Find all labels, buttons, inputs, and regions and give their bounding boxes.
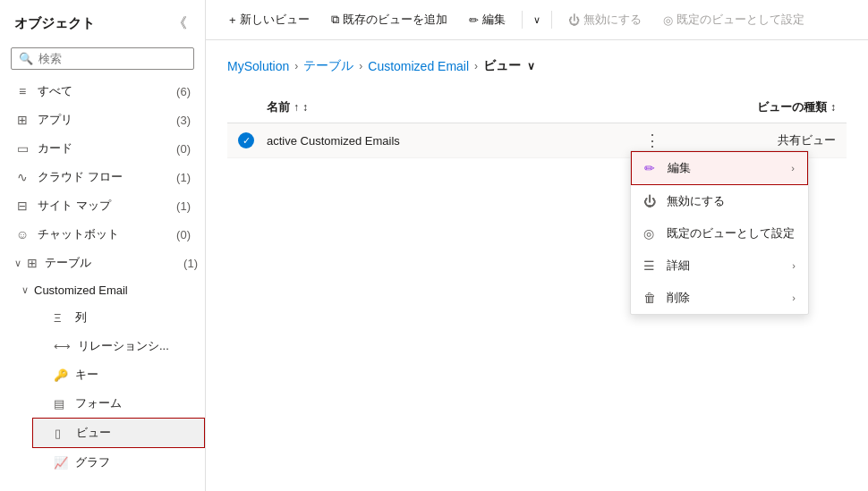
key-label: キー xyxy=(75,367,98,383)
ctx-default-icon: ◎ xyxy=(643,226,660,241)
disable-label: 無効にする xyxy=(583,12,642,28)
ctx-edit[interactable]: ✏ 編集 › xyxy=(631,151,808,185)
ctx-detail-left: ☰ 詳細 xyxy=(643,258,690,274)
toolbar-chevron-button[interactable]: ∨ xyxy=(530,10,544,30)
ctx-edit-chevron: › xyxy=(791,163,795,174)
cloudflow-icon: ∿ xyxy=(14,170,30,184)
breadcrumb-current-label: ビュー xyxy=(483,58,521,74)
edit-button[interactable]: ✏ 編集 xyxy=(460,7,515,32)
breadcrumb-sep1: › xyxy=(294,60,298,72)
sidebar-label-cloudflow: クラウド フロー xyxy=(38,169,169,185)
ctx-disable-label: 無効にする xyxy=(667,193,725,209)
th-type[interactable]: ビューの種類 ↕ xyxy=(639,99,836,115)
sidebar-item-view[interactable]: ▯ ビュー xyxy=(32,418,205,448)
col-icon: Ξ xyxy=(54,311,68,325)
search-box: 🔍 xyxy=(11,47,194,70)
view-icon: ▯ xyxy=(55,427,69,440)
breadcrumb-solution[interactable]: MySolution xyxy=(227,59,289,73)
th-name[interactable]: 名前 ↑ ↕ xyxy=(267,99,639,115)
sidebar-count-card: (0) xyxy=(176,142,191,156)
disable-button[interactable]: ⏻ 無効にする xyxy=(559,7,651,32)
app-icon: ⊞ xyxy=(14,113,30,127)
sidebar-item-all[interactable]: ≡ すべて (6) xyxy=(0,77,205,106)
breadcrumb-table[interactable]: テーブル xyxy=(303,58,353,74)
tree-table-count: (1) xyxy=(183,257,198,270)
sidebar-item-card[interactable]: ▭ カード (0) xyxy=(0,134,205,163)
sort-type-icon: ↕ xyxy=(830,101,836,114)
default-view-label: 既定のビューとして設定 xyxy=(677,12,804,28)
toolbar-separator xyxy=(522,11,523,29)
ctx-delete-label: 削除 xyxy=(667,290,690,306)
sidebar-nav: ≡ すべて (6) ⊞ アプリ (3) ▭ カード (0) ∿ クラウド フロー… xyxy=(0,77,205,491)
search-icon: 🔍 xyxy=(19,52,33,65)
sidebar-item-key[interactable]: 🔑 キー xyxy=(32,360,205,389)
plus-icon: + xyxy=(229,13,236,27)
ctx-detail-chevron: › xyxy=(792,260,796,271)
form-icon: ▤ xyxy=(54,397,68,411)
rel-icon: ⟷ xyxy=(54,340,71,353)
table-row[interactable]: ✓ active Customized Emails ⋮ 共有ビュー ✏ 編集 … xyxy=(227,123,847,158)
graph-label: グラフ xyxy=(75,454,110,470)
ctx-detail-label: 詳細 xyxy=(667,258,690,274)
sidebar-label-sitemap: サイト マップ xyxy=(38,198,169,214)
row-check: ✓ xyxy=(238,132,267,148)
sidebar-count-cloudflow: (1) xyxy=(176,171,191,184)
tree-table-label: テーブル xyxy=(41,255,180,271)
ctx-delete[interactable]: 🗑 削除 › xyxy=(631,282,808,314)
sidebar-item-cloudflow[interactable]: ∿ クラウド フロー (1) xyxy=(0,163,205,191)
ctx-detail[interactable]: ☰ 詳細 › xyxy=(631,250,808,282)
tree-table-children: ∨ Customized Email Ξ 列 ⟷ リレーションシ... 🔑 キー xyxy=(0,277,205,477)
ce-expand-icon: ∨ xyxy=(21,284,29,296)
sidebar-header: オブジェクト 《 xyxy=(0,0,205,44)
ctx-edit-left: ✏ 編集 xyxy=(644,160,691,176)
ctx-edit-icon: ✏ xyxy=(644,161,660,175)
search-input[interactable] xyxy=(38,52,186,65)
ctx-default[interactable]: ◎ 既定のビューとして設定 xyxy=(631,217,808,250)
sidebar-label-all: すべて xyxy=(38,83,169,99)
sidebar-item-app[interactable]: ⊞ アプリ (3) xyxy=(0,106,205,134)
breadcrumb-sep3: › xyxy=(474,60,478,72)
main-content: + 新しいビュー ⧉ 既存のビューを追加 ✏ 編集 ∨ ⏻ 無効にする ◎ 既定… xyxy=(206,0,868,491)
settings-icon: ◎ xyxy=(663,13,673,27)
key-icon: 🔑 xyxy=(54,368,68,382)
edit-label: 編集 xyxy=(482,12,506,28)
ctx-delete-icon: 🗑 xyxy=(643,291,660,305)
row-name: active Customized Emails xyxy=(267,134,639,148)
sidebar-item-sitemap[interactable]: ⊟ サイト マップ (1) xyxy=(0,191,205,220)
card-icon: ▭ xyxy=(14,141,30,156)
tree-table-header[interactable]: ∨ ⊞ テーブル (1) xyxy=(0,249,205,277)
breadcrumb-entity[interactable]: Customized Email xyxy=(368,59,469,73)
sidebar-item-rel[interactable]: ⟷ リレーションシ... xyxy=(32,332,205,360)
row-more-button[interactable]: ⋮ xyxy=(639,131,666,150)
row-type: 共有ビュー xyxy=(666,132,836,148)
add-existing-label: 既存のビューを追加 xyxy=(343,12,447,28)
ctx-edit-label: 編集 xyxy=(668,160,691,176)
sidebar-item-chatbot[interactable]: ☺ チャットボット (0) xyxy=(0,220,205,249)
ctx-detail-icon: ☰ xyxy=(643,258,660,273)
sort-toggle-icon: ↕ xyxy=(302,101,308,114)
new-view-button[interactable]: + 新しいビュー xyxy=(220,7,319,32)
add-existing-button[interactable]: ⧉ 既存のビューを追加 xyxy=(322,7,456,32)
content-area: MySolution › テーブル › Customized Email › ビ… xyxy=(206,40,868,491)
col-name-label: 名前 xyxy=(267,99,290,115)
default-view-button[interactable]: ◎ 既定のビューとして設定 xyxy=(654,7,813,32)
sidebar-item-form[interactable]: ▤ フォーム xyxy=(32,389,205,418)
breadcrumb-sep2: › xyxy=(359,60,362,72)
breadcrumb-chevron-icon: ∨ xyxy=(527,60,535,72)
ctx-delete-left: 🗑 削除 xyxy=(643,290,690,306)
sidebar-count-all: (6) xyxy=(176,85,191,98)
ctx-disable[interactable]: ⏻ 無効にする xyxy=(631,185,808,217)
chatbot-icon: ☺ xyxy=(14,227,30,241)
ctx-disable-icon: ⏻ xyxy=(643,194,660,208)
sort-asc-icon: ↑ xyxy=(294,101,299,114)
sidebar-item-col[interactable]: Ξ 列 xyxy=(32,303,205,332)
tree-customized-email-header[interactable]: ∨ Customized Email xyxy=(14,277,205,303)
ctx-delete-chevron: › xyxy=(792,292,796,303)
ctx-default-left: ◎ 既定のビューとして設定 xyxy=(643,225,795,241)
collapse-button[interactable]: 《 xyxy=(169,13,191,35)
sidebar-item-graph[interactable]: 📈 グラフ xyxy=(32,448,205,477)
breadcrumb: MySolution › テーブル › Customized Email › ビ… xyxy=(227,58,847,74)
table-icon: ⊞ xyxy=(27,256,38,270)
col-type-label: ビューの種類 xyxy=(757,99,827,115)
customized-email-label: Customized Email xyxy=(34,284,128,297)
